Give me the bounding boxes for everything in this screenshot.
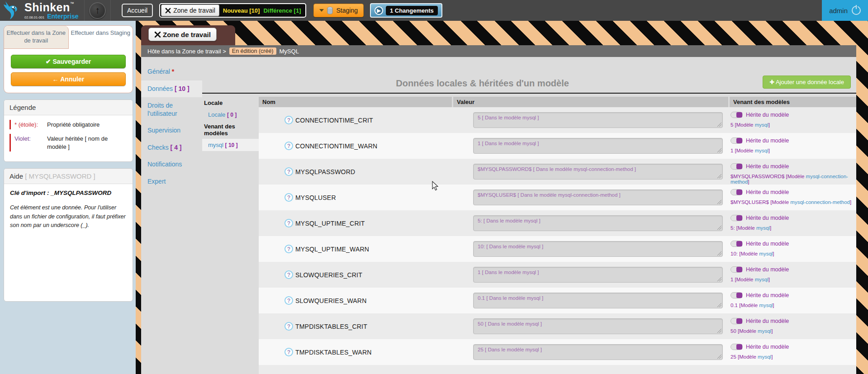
menu-item[interactable]: Général * [141, 63, 202, 80]
data-table-body: ? CONNECTIONTIME_CRIT 5 [ Dans le modèle… [259, 107, 856, 374]
menu-item[interactable]: Droits de l'utilisateur [141, 97, 202, 122]
model-link[interactable]: mysql [759, 251, 773, 256]
legend-panel: Légende * (étoile): Propriété obligatoir… [4, 99, 133, 162]
workspace-title-button[interactable]: Zone de travail [148, 28, 217, 41]
topbar-separator [84, 0, 85, 21]
help-question-icon[interactable]: ? [285, 167, 293, 176]
legend-desc: Propriété obligatoire [47, 121, 100, 129]
value-textarea[interactable]: $MYSQLPASSWORD$ [ Dans le modèle mysql-c… [473, 164, 723, 180]
model-link[interactable]: mysql [759, 303, 773, 308]
inherit-toggle[interactable] [730, 266, 743, 273]
column-header-valeur: Valeur [453, 97, 728, 107]
user-menu[interactable]: admin [822, 0, 868, 21]
value-textarea[interactable]: 50 [ Dans le modèle mysql ] [473, 318, 723, 334]
inherited-value: 5: [Modèle mysql] [730, 225, 856, 231]
help-question-icon[interactable]: ? [285, 193, 293, 202]
inherit-toggle[interactable] [730, 112, 743, 118]
legend-term: Violet: [14, 135, 47, 151]
inherit-toggle[interactable] [730, 292, 743, 298]
tab-workspace-action[interactable]: Effectuer dans la Zone de travail [4, 26, 69, 49]
menu-item[interactable]: Checks [ 4 ] [141, 139, 202, 156]
inherit-label: Hérite du modèle [746, 163, 789, 170]
legend-item-required: * (étoile): Propriété obligatoire [9, 120, 127, 130]
tab-staging-action[interactable]: Effectuer dans Staging [69, 26, 133, 49]
help-question-icon[interactable]: ? [285, 296, 293, 305]
model-link[interactable]: mysql [756, 225, 770, 231]
data-name-label: MYSQLPASSWORD [295, 168, 355, 175]
inherit-toggle[interactable] [730, 163, 743, 170]
inherited-value: 50 [Modèle mysql] [730, 328, 856, 334]
workspace-button[interactable]: Zone de travail [161, 5, 219, 16]
brand-edition: Enterprise [47, 13, 78, 19]
inherit-label: Hérite du modèle [746, 318, 789, 324]
inherit-toggle[interactable] [730, 215, 743, 221]
inherited-value: 1 [Modèle mysql] [730, 277, 856, 282]
menu-item[interactable]: Supervision [141, 122, 202, 139]
action-tabs-panel: Effectuer dans la Zone de travail Effect… [4, 25, 133, 93]
topbar-separator [110, 0, 111, 21]
home-button[interactable]: Accueil [122, 4, 153, 17]
help-title: Aide [9, 172, 23, 180]
inherit-label: Hérite du modèle [746, 189, 789, 195]
add-local-data-button[interactable]: ✚ Ajouter une donnée locale [763, 76, 851, 89]
model-link[interactable]: mysql-connection-method [790, 199, 850, 205]
data-name-label: MYSQL_UPTIME_WARN [295, 246, 369, 253]
inherit-toggle[interactable] [730, 241, 743, 247]
help-question-icon[interactable]: ? [285, 322, 293, 331]
logout-power-icon[interactable] [852, 6, 861, 15]
inherited-value: 25 [Modèle mysql] [730, 354, 856, 360]
help-question-icon[interactable]: ? [285, 142, 293, 150]
column-header-nom: Nom [259, 97, 452, 107]
status-badge: En édition (créé) [229, 47, 276, 55]
value-textarea[interactable]: $MYSQLUSER$ [ Dans le modèle mysql-conne… [473, 189, 723, 205]
new-count-badge: Nouveau [10] [223, 7, 260, 14]
shinken-logo: Shinken™ 02.08.01-001 Enterprise [3, 1, 80, 20]
cancel-button[interactable]: ← Annuler [11, 72, 126, 86]
help-question-icon[interactable]: ? [285, 245, 293, 253]
model-link[interactable]: mysql [758, 354, 771, 360]
model-link[interactable]: mysql [758, 328, 771, 334]
inherit-label: Hérite du modèle [746, 215, 789, 221]
model-link[interactable]: mysql [755, 122, 768, 128]
shinken-bird-icon [3, 1, 23, 20]
model-link[interactable]: mysql [755, 148, 768, 153]
value-textarea[interactable]: 0.1 [ Dans le modèle mysql ] [473, 293, 723, 308]
table-row: ? MYSQLUSER $MYSQLUSER$ [ Dans le modèle… [259, 185, 856, 210]
value-textarea[interactable]: 10: [ Dans le modèle mysql ] [473, 241, 723, 257]
inherit-toggle[interactable] [730, 318, 743, 324]
scope-item-mysql[interactable]: mysql [ 10 ] [202, 139, 259, 151]
menu-item[interactable]: Données [ 10 ] [141, 80, 202, 98]
changes-button[interactable]: ▶ 1 Changements [370, 3, 442, 18]
value-textarea[interactable]: 5 [ Dans le modèle mysql ] [473, 112, 723, 128]
data-table: Nom Valeur Venant des modèles ? CONNECTI… [259, 94, 856, 374]
inherited-value: 5 [Modèle mysql] [730, 122, 856, 128]
table-row: ? MYSQLPASSWORD $MYSQLPASSWORD$ [ Dans l… [259, 159, 856, 185]
menu-item[interactable]: Notifications [141, 156, 202, 173]
help-question-icon[interactable]: ? [285, 348, 293, 356]
inherit-toggle[interactable] [730, 189, 743, 195]
value-textarea[interactable]: 1 [ Dans le modèle mysql ] [473, 138, 723, 154]
help-question-icon[interactable]: ? [285, 116, 293, 124]
model-link[interactable]: mysql [755, 277, 768, 282]
staging-dropdown-button[interactable]: Staging [313, 4, 363, 17]
apply-arrow-icon: ▶ [375, 6, 383, 15]
scroll-top-button[interactable]: ↑ [89, 2, 106, 19]
table-row-partial [259, 365, 856, 374]
page-body: Effectuer dans la Zone de travail Effect… [0, 21, 868, 374]
workspace-switch-group: Zone de travail Nouveau [10] Différence … [159, 3, 306, 18]
menu-item[interactable]: Expert [141, 173, 202, 190]
help-question-icon[interactable]: ? [285, 219, 293, 227]
data-name-label: SLOWQUERIES_CRIT [295, 271, 362, 279]
dropdown-caret-icon [319, 9, 324, 12]
inherit-toggle[interactable] [730, 137, 743, 144]
legend-desc: Valeur héritée [ nom de modèle ] [47, 135, 127, 151]
inherit-toggle[interactable] [730, 344, 743, 350]
help-question-icon[interactable]: ? [285, 270, 293, 279]
workspace-button-label: Zone de travail [173, 7, 215, 14]
table-header: Nom Valeur Venant des modèles [259, 97, 856, 107]
scope-item-local[interactable]: Locale [ 0 ] [202, 109, 259, 121]
value-textarea[interactable]: 25 [ Dans le modèle mysql ] [473, 344, 723, 360]
value-textarea[interactable]: 1 [ Dans le modèle mysql ] [473, 267, 723, 283]
save-button[interactable]: ✔ Sauvegarder [11, 55, 126, 68]
value-textarea[interactable]: 5: [ Dans le modèle mysql ] [473, 215, 723, 231]
